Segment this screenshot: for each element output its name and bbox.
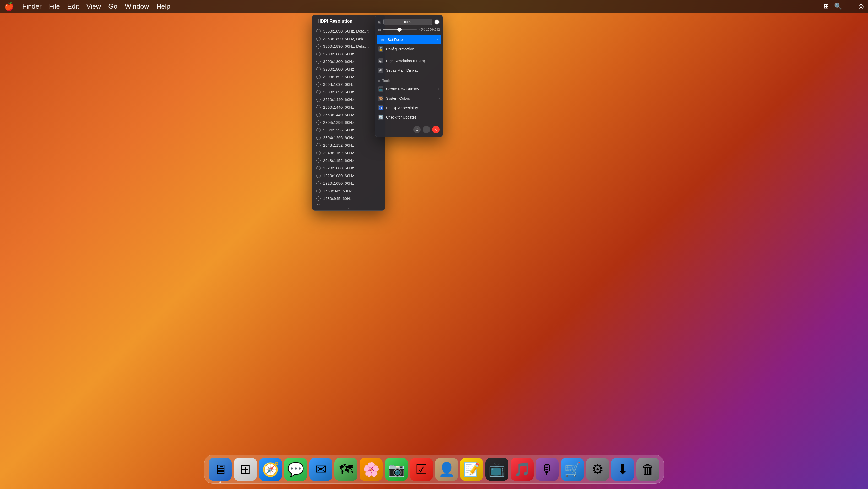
resolution-label: 3008x1692, 60Hz xyxy=(323,90,354,94)
dock-item-podcasts[interactable]: 🎙 xyxy=(536,458,559,481)
dock-item-reminders[interactable]: ☑ xyxy=(410,458,433,481)
dock-item-downloads[interactable]: ⬇ xyxy=(611,458,634,481)
menubar-right: ⊞ 🔍 ☰ ◎ xyxy=(824,3,864,10)
resolution-list[interactable]: 3360x1890, 60Hz, Default3360x1890, 60Hz,… xyxy=(312,26,385,205)
resolution-label: 1920x1080, 60Hz xyxy=(323,173,354,178)
set-resolution-icon: ⊞ xyxy=(380,37,385,42)
radio-circle xyxy=(316,60,320,64)
dock-item-facetime[interactable]: 📷 xyxy=(385,458,408,481)
resolution-item[interactable]: 2560x1440, 60Hz xyxy=(312,96,385,103)
menubar-search-icon[interactable]: 🔍 xyxy=(834,3,842,10)
create-dummy-item[interactable]: 📺 Create New Dummy › xyxy=(375,84,443,94)
resolution-label: 1680x945, 60Hz xyxy=(323,189,352,193)
resolution-item[interactable]: 2304x1296, 60Hz xyxy=(312,134,385,141)
dock-item-trash[interactable]: 🗑 xyxy=(636,458,659,481)
high-resolution-label: High Resolution (HiDPI) xyxy=(386,59,425,63)
menubar-control-center-icon[interactable]: ☰ xyxy=(847,3,853,10)
menubar-siri-icon[interactable]: ◎ xyxy=(858,3,864,10)
dock-item-maps[interactable]: 🗺 xyxy=(334,458,358,481)
more-button[interactable]: ··· xyxy=(423,126,430,133)
tools-section-header: Tools xyxy=(375,77,443,84)
config-protection-chevron: › xyxy=(438,47,439,51)
resolution-label: 3008x1692, 60Hz xyxy=(323,82,354,87)
zoom-value: 49% 1656x932 xyxy=(419,28,439,31)
dock-item-safari[interactable]: 🧭 xyxy=(259,458,282,481)
dock-item-sysprefs[interactable]: ⚙ xyxy=(586,458,609,481)
menubar-window[interactable]: Window xyxy=(125,2,149,10)
radio-circle xyxy=(316,75,320,79)
dock-item-appstore[interactable]: 🛒 xyxy=(561,458,584,481)
menubar-help[interactable]: Help xyxy=(156,2,170,10)
resolution-label: 3360x1890, 60Hz, Default xyxy=(323,29,369,33)
menubar-finder[interactable]: Finder xyxy=(22,2,42,10)
apple-menu[interactable]: 🍎 xyxy=(4,2,14,11)
resolution-item[interactable]: 3008x1692, 60Hz xyxy=(312,73,385,81)
updates-item[interactable]: 🔄 Check for Updates xyxy=(375,113,443,122)
resolution-item[interactable]: 3200x1800, 60Hz xyxy=(312,58,385,65)
resolution-item[interactable]: 1920x1080, 60Hz xyxy=(312,172,385,179)
radio-circle xyxy=(316,52,320,56)
gear-button[interactable]: ⚙ xyxy=(413,126,421,133)
resolution-item[interactable]: 3008x1692, 60Hz xyxy=(312,88,385,96)
resolution-label: 1920x1080, 60Hz xyxy=(323,181,354,185)
scale-input[interactable] xyxy=(383,19,432,25)
accessibility-item[interactable]: ♿ Set Up Accessibility xyxy=(375,103,443,113)
dock-item-contacts[interactable]: 👤 xyxy=(435,458,458,481)
resolution-item[interactable]: 3200x1800, 60Hz xyxy=(312,50,385,58)
tools-section-dot xyxy=(378,80,380,82)
resolution-item[interactable]: 2048x1152, 60Hz xyxy=(312,141,385,149)
dock-item-notes[interactable]: 📝 xyxy=(460,458,483,481)
create-dummy-label: Create New Dummy xyxy=(386,87,419,91)
resolution-item[interactable]: 2048x1152, 60Hz xyxy=(312,156,385,164)
resolution-item[interactable]: 1920x1080, 60Hz xyxy=(312,179,385,187)
resolution-label: 3200x1800, 60Hz xyxy=(323,52,354,56)
resolution-item[interactable]: 2048x1152, 60Hz xyxy=(312,149,385,156)
panel-title: HiDPI Resolution xyxy=(312,15,385,26)
resolution-item[interactable]: 3360x1890, 60Hz, Default xyxy=(312,27,385,35)
divider-4 xyxy=(375,123,443,123)
resolution-item[interactable]: 2560x1440, 60Hz xyxy=(312,103,385,111)
dock-item-music[interactable]: 🎵 xyxy=(510,458,534,481)
menubar-edit[interactable]: Edit xyxy=(67,2,79,10)
resolution-item[interactable]: 2304x1296, 60Hz xyxy=(312,119,385,126)
resolution-item[interactable]: 1680x945, 60Hz xyxy=(312,195,385,202)
high-resolution-icon: ◎ xyxy=(378,58,383,63)
resolution-item[interactable]: 3008x1692, 60Hz xyxy=(312,81,385,88)
dock-item-mail[interactable]: ✉ xyxy=(309,458,332,481)
resolution-item[interactable]: 1680x945, 60Hz xyxy=(312,187,385,195)
menubar-display-icon[interactable]: ⊞ xyxy=(824,3,829,10)
menubar-file[interactable]: File xyxy=(49,2,60,10)
menubar-go[interactable]: Go xyxy=(108,2,117,10)
menubar-view[interactable]: View xyxy=(86,2,101,10)
resolution-item[interactable]: 1680x945, 60Hz xyxy=(312,202,385,205)
close-button[interactable]: ✕ xyxy=(432,126,439,133)
create-dummy-chevron: › xyxy=(438,87,439,91)
resolution-item[interactable]: 3360x1890, 60Hz, Default xyxy=(312,42,385,50)
resolution-label: 1680x945, 60Hz xyxy=(323,204,352,205)
main-display-item[interactable]: ◎ Set as Main Display xyxy=(375,65,443,75)
create-dummy-icon: 📺 xyxy=(378,86,383,91)
radio-circle xyxy=(316,143,320,147)
radio-circle xyxy=(316,159,320,163)
resolution-item[interactable]: 3360x1890, 60Hz, Default xyxy=(312,35,385,42)
radio-circle xyxy=(316,90,320,94)
resolution-item[interactable]: 2560x1440, 60Hz xyxy=(312,111,385,119)
set-resolution-item[interactable]: ⊞ Set Resolution › xyxy=(377,35,441,44)
radio-circle xyxy=(316,67,320,71)
dock-item-launchpad[interactable]: ⊞ xyxy=(234,458,257,481)
system-colors-item[interactable]: 🎨 System Colors › xyxy=(375,94,443,103)
resolution-item[interactable]: 3200x1800, 60Hz xyxy=(312,65,385,73)
dock-item-appletv[interactable]: 📺 xyxy=(485,458,508,481)
high-resolution-item[interactable]: ◎ High Resolution (HiDPI) xyxy=(375,56,443,65)
radio-circle xyxy=(316,189,320,193)
main-display-icon: ◎ xyxy=(378,68,383,73)
dock-item-finder[interactable]: 🖥 xyxy=(209,458,232,481)
resolution-label: 2048x1152, 60Hz xyxy=(323,143,354,147)
resolution-item[interactable]: 1920x1080, 60Hz xyxy=(312,164,385,172)
dock-item-photos[interactable]: 🌸 xyxy=(360,458,383,481)
scale-toggle[interactable] xyxy=(434,20,439,25)
zoom-slider[interactable] xyxy=(383,29,417,30)
resolution-item[interactable]: 2304x1296, 60Hz xyxy=(312,126,385,134)
config-protection-item[interactable]: 🔒 Config Protection › xyxy=(375,44,443,54)
dock-item-messages[interactable]: 💬 xyxy=(284,458,307,481)
